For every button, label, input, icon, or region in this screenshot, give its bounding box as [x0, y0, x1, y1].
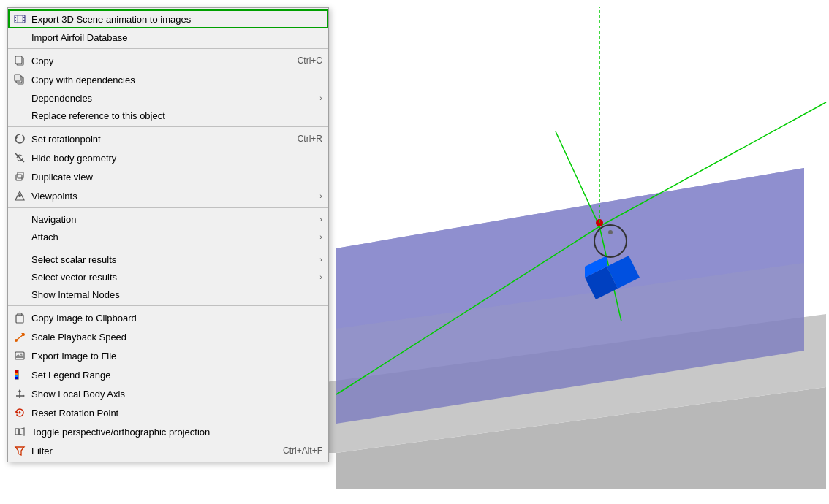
svg-rect-16: [15, 15, 25, 23]
svg-marker-41: [15, 354, 24, 358]
reset-rotation-label: Reset Rotation Point: [31, 408, 322, 419]
legend-icon: [12, 367, 27, 382]
menu-item-duplicate-view[interactable]: Duplicate view: [8, 167, 328, 186]
separator-3: [8, 207, 328, 208]
hide-icon: [12, 150, 27, 165]
menu-item-scale-playback[interactable]: Scale Playback Speed: [8, 327, 328, 346]
scalar-arrow: ›: [319, 255, 322, 264]
dependencies-arrow: ›: [319, 93, 322, 102]
menu-item-show-local[interactable]: Show Local Body Axis: [8, 384, 328, 403]
menu-item-set-legend[interactable]: Set Legend Range: [8, 365, 328, 384]
toggle-proj-icon: [12, 424, 27, 439]
copy-deps-icon: [12, 72, 27, 87]
svg-rect-47: [15, 377, 18, 379]
svg-marker-57: [15, 447, 24, 455]
separator-4: [8, 248, 328, 248]
svg-marker-51: [23, 394, 25, 397]
viewpoints-icon: [12, 188, 27, 203]
copy-icon: [12, 53, 27, 68]
svg-rect-20: [23, 20, 25, 21]
menu-item-select-vector[interactable]: Select vector results ›: [8, 268, 328, 286]
set-rotation-shortcut: Ctrl+R: [298, 134, 322, 144]
menu-item-dependencies[interactable]: Dependencies ›: [8, 89, 328, 107]
vector-arrow: ›: [319, 272, 322, 281]
menu-item-attach[interactable]: Attach ›: [8, 228, 328, 245]
film-icon: [12, 12, 27, 26]
menu-item-set-rotation[interactable]: Set rotationpoint Ctrl+R: [8, 129, 328, 148]
show-internal-label: Show Internal Nodes: [31, 289, 322, 300]
export-3d-label: Export 3D Scene animation to images: [31, 14, 322, 25]
attach-arrow: ›: [319, 232, 322, 241]
context-menu: Export 3D Scene animation to images Impo…: [7, 7, 329, 462]
svg-point-54: [19, 412, 21, 414]
filter-shortcut: Ctrl+Alt+F: [283, 446, 322, 456]
navigation-arrow: ›: [319, 215, 322, 224]
scale-playback-label: Scale Playback Speed: [31, 332, 322, 343]
show-local-label: Show Local Body Axis: [31, 389, 322, 400]
menu-item-replace-ref[interactable]: Replace reference to this object: [8, 107, 328, 124]
svg-rect-44: [15, 370, 18, 373]
clipboard-icon: [12, 310, 27, 325]
export-img-icon: [12, 348, 27, 363]
duplicate-icon: [12, 169, 27, 184]
navigation-label: Navigation: [31, 214, 319, 225]
svg-point-42: [20, 354, 23, 356]
svg-marker-50: [18, 389, 21, 392]
axis-icon: [12, 386, 27, 401]
svg-rect-24: [15, 56, 22, 64]
set-legend-label: Set Legend Range: [31, 370, 322, 381]
svg-marker-56: [19, 428, 24, 435]
export-image-label: Export Image to File: [31, 351, 322, 362]
svg-rect-22: [22, 15, 23, 23]
import-airfoil-label: Import Airfoil Database: [31, 32, 322, 43]
copy-image-label: Copy Image to Clipboard: [31, 313, 322, 324]
menu-item-select-scalar[interactable]: Select scalar results ›: [8, 251, 328, 268]
dependencies-label: Dependencies: [31, 93, 319, 104]
menu-item-export-3d[interactable]: Export 3D Scene animation to images: [8, 9, 328, 28]
separator-5: [8, 305, 328, 306]
menu-item-toggle-proj[interactable]: Toggle perspective/orthographic projecti…: [8, 422, 328, 441]
svg-rect-17: [15, 17, 16, 18]
reset-icon: [12, 405, 27, 420]
svg-line-38: [16, 335, 23, 340]
copy-label: Copy: [31, 56, 268, 66]
svg-rect-46: [15, 375, 18, 377]
menu-item-import-airfoil[interactable]: Import Airfoil Database: [8, 28, 328, 46]
viewpoints-arrow: ›: [319, 191, 322, 200]
filter-label: Filter: [31, 446, 254, 457]
rotation-icon: [12, 131, 27, 146]
menu-item-export-image[interactable]: Export Image to File: [8, 346, 328, 365]
svg-rect-27: [15, 75, 20, 81]
svg-rect-55: [15, 429, 19, 435]
menu-item-copy-image[interactable]: Copy Image to Clipboard: [8, 308, 328, 327]
menu-item-viewpoints[interactable]: Viewpoints ›: [8, 186, 328, 205]
hide-body-label: Hide body geometry: [31, 153, 322, 164]
menu-item-reset-rotation[interactable]: Reset Rotation Point: [8, 403, 328, 422]
svg-rect-21: [17, 15, 18, 23]
duplicate-view-label: Duplicate view: [31, 172, 322, 183]
svg-point-33: [18, 194, 21, 197]
separator-2: [8, 126, 328, 127]
copy-deps-label: Copy with dependencies: [31, 75, 322, 85]
replace-ref-label: Replace reference to this object: [31, 110, 322, 121]
toggle-proj-label: Toggle perspective/orthographic projecti…: [31, 427, 322, 438]
menu-item-copy[interactable]: Copy Ctrl+C: [8, 51, 328, 70]
separator-1: [8, 48, 328, 49]
svg-rect-18: [15, 20, 16, 21]
svg-rect-19: [23, 17, 25, 18]
set-rotation-label: Set rotationpoint: [31, 134, 268, 145]
menu-item-show-internal[interactable]: Show Internal Nodes: [8, 286, 328, 303]
copy-shortcut: Ctrl+C: [298, 56, 322, 66]
attach-label: Attach: [31, 232, 319, 243]
svg-point-14: [608, 230, 613, 234]
menu-item-navigation[interactable]: Navigation ›: [8, 210, 328, 228]
svg-rect-31: [16, 175, 22, 180]
svg-rect-45: [15, 373, 18, 375]
scale-icon: [12, 329, 27, 344]
svg-rect-30: [18, 172, 23, 178]
select-scalar-label: Select scalar results: [31, 254, 319, 265]
menu-item-filter[interactable]: Filter Ctrl+Alt+F: [8, 441, 328, 460]
menu-item-copy-deps[interactable]: Copy with dependencies: [8, 70, 328, 89]
filter-icon: [12, 443, 27, 458]
menu-item-hide-body[interactable]: Hide body geometry: [8, 148, 328, 167]
